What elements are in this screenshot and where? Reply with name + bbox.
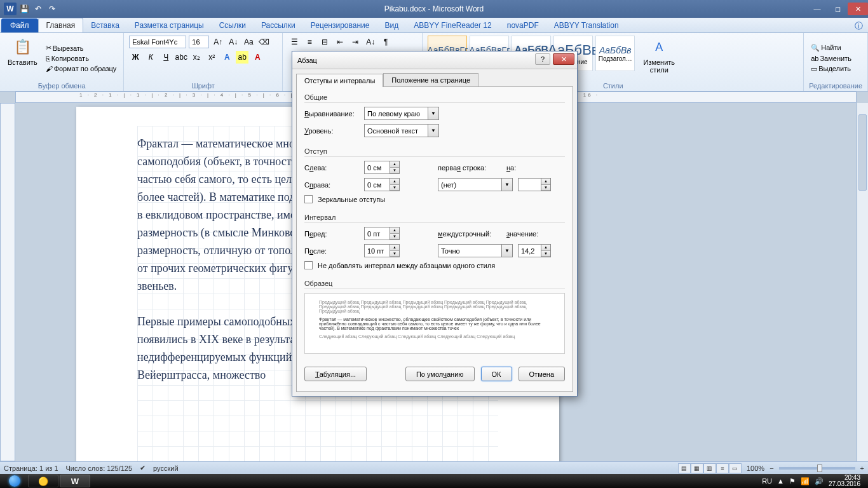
indent-right-spin[interactable]: 0 см▲▼ bbox=[364, 178, 400, 191]
numbering-icon[interactable]: ≡ bbox=[303, 36, 316, 48]
at-spin[interactable]: 14,2▲▼ bbox=[518, 244, 551, 257]
proofing-icon[interactable]: ✔ bbox=[140, 464, 146, 472]
bold-button[interactable]: Ж bbox=[129, 51, 142, 64]
redo-icon[interactable]: ↷ bbox=[46, 3, 58, 15]
taskbar-word[interactable]: W bbox=[60, 475, 90, 487]
no-space-checkbox[interactable] bbox=[304, 261, 313, 269]
close-button[interactable]: ✕ bbox=[848, 3, 868, 15]
first-line-select[interactable]: (нет)▼ bbox=[438, 178, 513, 191]
sort-icon[interactable]: A↓ bbox=[364, 36, 377, 48]
tab-layout[interactable]: Разметка страницы bbox=[127, 18, 212, 32]
text-effects-icon[interactable]: A bbox=[220, 51, 233, 64]
line-spacing-select[interactable]: Точно▼ bbox=[438, 244, 513, 257]
status-words[interactable]: Число слов: 125/125 bbox=[66, 464, 133, 472]
replace-button[interactable]: abЗаменить bbox=[809, 54, 853, 63]
tray-lang[interactable]: RU bbox=[762, 477, 772, 485]
first-line-by-spin[interactable]: ▲▼ bbox=[518, 178, 551, 191]
tray-action-center-icon[interactable]: ⚑ bbox=[789, 477, 796, 485]
shrink-font-icon[interactable]: A↓ bbox=[227, 36, 240, 48]
zoom-out-button[interactable]: − bbox=[770, 464, 773, 472]
tab-novapdf[interactable]: novaPDF bbox=[499, 18, 546, 32]
zoom-in-button[interactable]: + bbox=[860, 464, 864, 472]
default-button[interactable]: По умолчанию bbox=[405, 367, 475, 381]
statusbar: Страница: 1 из 1 Число слов: 125/125 ✔ р… bbox=[0, 461, 868, 474]
ok-button[interactable]: ОК bbox=[481, 367, 512, 381]
cut-button[interactable]: ✂Вырезать bbox=[44, 43, 119, 53]
multilevel-icon[interactable]: ⊟ bbox=[318, 36, 331, 48]
highlight-icon[interactable]: ab bbox=[236, 51, 248, 64]
font-color-icon[interactable]: A bbox=[251, 51, 264, 64]
view-print-layout[interactable]: ▤ bbox=[678, 463, 691, 473]
help-icon[interactable]: ⓘ bbox=[855, 20, 863, 32]
level-select[interactable]: Основной текст▼ bbox=[364, 124, 439, 137]
brush-icon: 🖌 bbox=[46, 65, 53, 72]
strike-button[interactable]: abc bbox=[175, 51, 187, 64]
tab-mailings[interactable]: Рассылки bbox=[254, 18, 303, 32]
tray-flag-icon[interactable]: ▲ bbox=[777, 477, 784, 485]
zoom-level[interactable]: 100% bbox=[747, 464, 764, 472]
file-tab[interactable]: Файл bbox=[1, 18, 38, 32]
increase-indent-icon[interactable]: ⇥ bbox=[349, 36, 362, 48]
tab-abbyy-tr[interactable]: ABBYY Translation bbox=[546, 18, 627, 32]
save-icon[interactable]: 💾 bbox=[18, 3, 31, 15]
scroll-thumb[interactable] bbox=[858, 114, 867, 191]
tab-references[interactable]: Ссылки bbox=[212, 18, 254, 32]
dialog-close-button[interactable]: ✕ bbox=[553, 53, 574, 65]
view-full-screen[interactable]: ▦ bbox=[691, 463, 703, 473]
alignment-select[interactable]: По левому краю▼ bbox=[364, 107, 439, 120]
view-draft[interactable]: ▭ bbox=[729, 463, 742, 473]
subscript-button[interactable]: x₂ bbox=[190, 51, 203, 64]
titlebar: W 💾 ↶ ↷ Pikabu.docx - Microsoft Word — ◻… bbox=[0, 0, 868, 18]
dialog-help-button[interactable]: ? bbox=[535, 53, 550, 65]
indent-left-spin[interactable]: 0 см▲▼ bbox=[364, 161, 400, 174]
cancel-button[interactable]: Отмена bbox=[519, 367, 565, 381]
grow-font-icon[interactable]: A↑ bbox=[212, 36, 224, 48]
tab-home[interactable]: Главная bbox=[38, 18, 84, 32]
status-language[interactable]: русский bbox=[153, 464, 178, 472]
italic-button[interactable]: К bbox=[144, 51, 157, 64]
tab-view[interactable]: Вид bbox=[377, 18, 406, 32]
dialog-titlebar[interactable]: Абзац ? ✕ bbox=[292, 51, 577, 69]
copy-button[interactable]: ⎘Копировать bbox=[44, 54, 119, 63]
tab-abbyy-fr[interactable]: ABBYY FineReader 12 bbox=[406, 18, 499, 32]
format-painter-button[interactable]: 🖌Формат по образцу bbox=[44, 64, 119, 73]
font-name-combo[interactable]: Eskal Font4Yc bbox=[129, 36, 186, 48]
minimize-button[interactable]: — bbox=[807, 3, 827, 15]
change-styles-button[interactable]: A Изменить стили bbox=[639, 36, 679, 81]
tab-insert[interactable]: Вставка bbox=[83, 18, 127, 32]
dialog-tab-indents[interactable]: Отступы и интервалы bbox=[296, 74, 383, 87]
bullets-icon[interactable]: ☰ bbox=[288, 36, 301, 48]
tabs-button[interactable]: Табуляция... bbox=[304, 367, 367, 381]
fieldset-general: Общие Выравнивание: По левому краю▼ Уров… bbox=[304, 93, 565, 141]
vertical-ruler[interactable] bbox=[0, 103, 15, 461]
clear-formatting-icon[interactable]: ⌫ bbox=[257, 36, 270, 48]
font-size-combo[interactable]: 16 bbox=[189, 36, 209, 48]
tray-clock[interactable]: 20:43 27.03.2016 bbox=[829, 475, 860, 487]
start-button[interactable] bbox=[3, 475, 27, 487]
before-spin[interactable]: 0 пт▲▼ bbox=[364, 227, 400, 240]
show-marks-icon[interactable]: ¶ bbox=[379, 36, 392, 48]
view-outline[interactable]: ≡ bbox=[716, 463, 729, 473]
after-spin[interactable]: 10 пт▲▼ bbox=[364, 244, 400, 257]
maximize-button[interactable]: ◻ bbox=[827, 3, 848, 15]
tray-volume-icon[interactable]: 🔊 bbox=[815, 477, 824, 485]
undo-icon[interactable]: ↶ bbox=[32, 3, 44, 15]
tray-network-icon[interactable]: 📶 bbox=[801, 477, 810, 485]
paste-button[interactable]: 📋 Вставить bbox=[5, 36, 40, 81]
decrease-indent-icon[interactable]: ⇤ bbox=[334, 36, 346, 48]
vertical-scrollbar[interactable] bbox=[857, 103, 868, 461]
status-page[interactable]: Страница: 1 из 1 bbox=[4, 464, 58, 472]
zoom-slider[interactable] bbox=[779, 467, 855, 470]
tab-review[interactable]: Рецензирование bbox=[303, 18, 377, 32]
select-button[interactable]: ▭Выделить bbox=[809, 64, 853, 74]
style-subtitle[interactable]: АаБбВвПодзагол… bbox=[595, 36, 635, 71]
find-button[interactable]: 🔍Найти bbox=[809, 43, 853, 53]
view-web[interactable]: ▥ bbox=[703, 463, 716, 473]
change-case-icon[interactable]: Aa bbox=[242, 36, 255, 48]
dialog-tab-position[interactable]: Положение на странице bbox=[383, 73, 478, 86]
taskbar-chrome[interactable]: 🟡 bbox=[28, 475, 58, 487]
superscript-button[interactable]: x² bbox=[205, 51, 218, 64]
underline-button[interactable]: Ч bbox=[159, 51, 172, 64]
fieldset-spacing: Интервал Перед: 0 пт▲▼ междустрочный: зн… bbox=[304, 214, 565, 273]
mirror-indents-checkbox[interactable] bbox=[304, 195, 313, 203]
